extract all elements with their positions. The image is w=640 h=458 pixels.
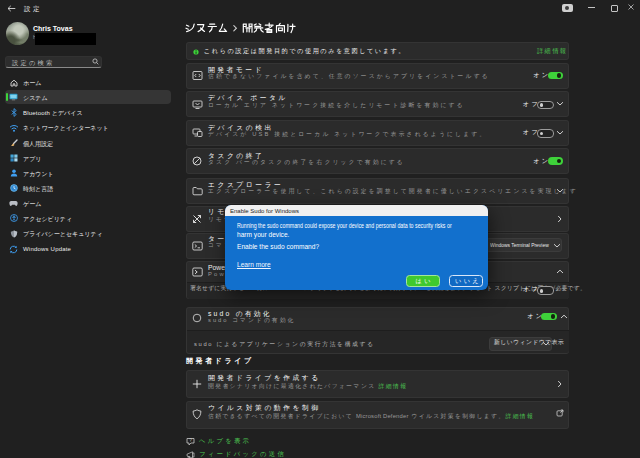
svg-text:?: ? [189, 438, 192, 443]
